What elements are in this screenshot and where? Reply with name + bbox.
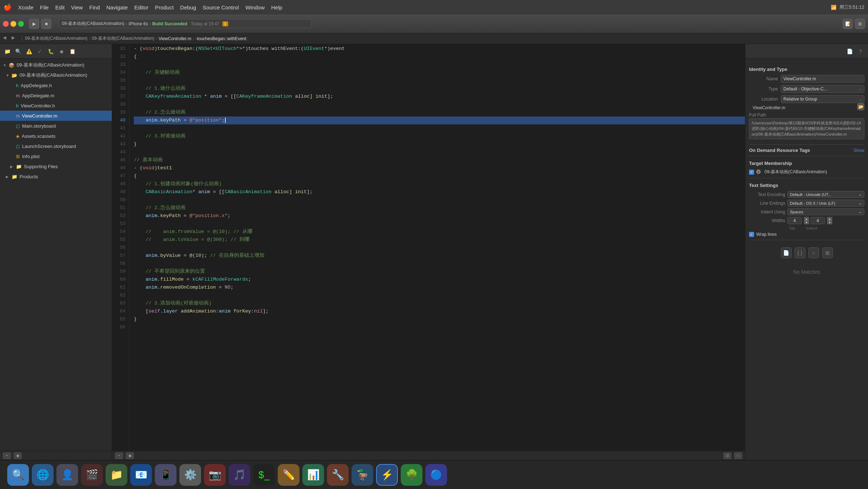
dock-photobooth[interactable]: 📷 [204,464,226,486]
type-field-value[interactable]: Default - Objective-C... ⌄ [781,85,864,93]
editor-bb-scope[interactable]: ↑↓ [734,452,742,459]
tree-file-appdelegatem[interactable]: m AppDelegate.m [0,90,112,101]
search-navigator-btn[interactable]: 🔍 [14,47,22,56]
doc-icon-btn[interactable]: 📄 [781,247,792,258]
run-button[interactable]: ▶ [29,19,39,29]
dock-syspref[interactable]: ⚙️ [179,464,201,486]
grid-icon-btn[interactable]: ⊞ [822,247,833,258]
tab-down-btn[interactable]: ▼ [804,221,809,224]
dock-quicktime[interactable]: 🎬 [81,464,103,486]
debug-navigator-btn[interactable]: 🐛 [46,47,55,56]
type-field-row: Type Default - Objective-C... ⌄ [749,85,864,93]
menu-source-control[interactable]: Source Control [203,4,239,10]
tree-products[interactable]: ▶ 📁 Products [0,171,112,182]
breakpoint-btn[interactable]: ◆ [57,47,66,56]
tree-file-mainstoryboard[interactable]: ◻ Main.storyboard [0,121,112,131]
dock-xcode[interactable]: ⚡ [376,464,398,486]
code-line-32: { [134,53,745,61]
ln-47: 47 [112,172,125,180]
editor-bb-filter[interactable]: ◉ [126,452,134,459]
indent-up-btn[interactable]: ▲ [827,217,832,221]
indent-value[interactable]: Spaces ⌄ [787,208,864,215]
dock-sourcetree[interactable]: 🌳 [401,464,422,486]
dock-files[interactable]: 📁 [106,464,127,486]
menu-file[interactable]: File [40,4,49,10]
name-field-value[interactable]: ViewController.m [781,75,864,83]
close-button[interactable] [3,21,9,27]
add-file-btn[interactable]: + [3,452,11,459]
editor-mode-btn[interactable]: 📝 [843,19,853,29]
menu-help[interactable]: Help [271,4,282,10]
location-field-value[interactable]: Relative to Group ⌄ [781,95,864,103]
indent-down-btn[interactable]: ▼ [827,221,832,224]
target-checkbox[interactable]: ✓ [749,170,754,175]
tree-file-viewcontrollerh[interactable]: h ViewController.h [0,101,112,111]
maximize-button[interactable] [18,21,24,27]
editor-bb-jump[interactable]: ⊡ [723,452,731,459]
code-text[interactable]: - (void)touchesBegan:(NSSet<UITouch*>*)t… [129,44,745,451]
wrap-lines-row: ✓ Wrap lines [749,232,864,237]
menu-product[interactable]: Product [155,4,174,10]
file-inspector-btn[interactable]: 📄 [845,47,854,56]
tab-up-btn[interactable]: ▲ [804,217,809,221]
menu-editor[interactable]: Editor [134,4,148,10]
quick-help-btn[interactable]: ? [856,47,865,56]
indent-width-input[interactable] [810,217,825,224]
code-line-37: CAKeyframeAnimation * anim = [[CAKeyfram… [134,93,745,101]
layout-btn[interactable]: ⊞ [855,19,865,29]
tree-file-supporting[interactable]: ▶ 📁 Supporting Files [0,161,112,171]
dock-cyberduck[interactable]: 🦆 [352,464,373,486]
dock-chrome[interactable]: 🔵 [425,464,447,486]
encoding-value[interactable]: Default - Unicode (UT... ⌄ [787,191,864,198]
dock-activity[interactable]: 📊 [302,464,324,486]
tree-file-assets[interactable]: ◈ Assets.xcassets [0,131,112,141]
filter-btn[interactable]: ◉ [14,452,22,459]
dock-itunes[interactable]: 🎵 [229,464,250,486]
nav-back-btn[interactable]: ◀ [3,35,10,42]
menu-xcode[interactable]: Xcode [18,4,34,10]
stop-button[interactable]: ■ [41,19,51,29]
divider4 [749,240,864,240]
menu-window[interactable]: Window [245,4,264,10]
root-label: 09-基本动画(CABasicAnimation) [17,62,84,68]
menu-debug[interactable]: Debug [180,4,196,10]
dock-mail[interactable]: 📧 [130,464,152,486]
project-name: 09-基本动画(CABasicAnimation) [62,21,124,27]
code-view[interactable]: 31 32 33 34 35 36 37 38 39 40 41 42 43 4… [112,44,745,451]
nav-forward-btn[interactable]: ▶ [12,35,19,42]
menu-navigate[interactable]: Navigate [106,4,128,10]
reveal-btn[interactable]: 📂 [857,103,864,110]
code-icon-btn[interactable]: { } [795,247,805,258]
ln-49: 49 [112,188,125,196]
tree-file-appdelegateh[interactable]: h AppDelegate.h [0,80,112,90]
tree-file-infoplist[interactable]: ⊞ Info.plist [0,151,112,161]
menu-find[interactable]: Find [89,4,100,10]
dock-sketch[interactable]: ✏️ [278,464,299,486]
dock-contacts[interactable]: 👤 [56,464,78,486]
tree-file-launchscreen[interactable]: ◻ LaunchScreen.storyboard [0,141,112,151]
tab-width-stepper: ▲ ▼ [804,217,809,224]
dock-safari[interactable]: 🌐 [32,464,54,486]
folder-icon-btn[interactable]: 📁 [3,47,12,56]
tree-subgroup-item[interactable]: ▼ 📂 09-基本动画(CABasicAnimation) [0,70,112,80]
menu-edit[interactable]: Edit [55,4,65,10]
warning-navigator-btn[interactable]: ⚠️ [25,47,33,56]
circle-icon-btn[interactable]: ○ [808,247,819,258]
tree-root-item[interactable]: ▼ 📦 09-基本动画(CABasicAnimation) [0,60,112,70]
line-endings-value[interactable]: Default - OS X / Unix (LF) ⌄ [787,200,864,207]
dock-finder[interactable]: 🔍 [7,464,29,486]
dock-ppointeer[interactable]: 🔧 [327,464,349,486]
tab-width-input[interactable] [787,217,802,224]
wrap-lines-checkbox[interactable]: ✓ [749,232,754,237]
test-navigator-btn[interactable]: ✓ [35,47,44,56]
report-btn[interactable]: 📋 [68,47,77,56]
editor-bb-add[interactable]: + [115,452,123,459]
dock-terminal[interactable]: $_ [253,464,275,486]
ln-43: 43 [112,140,125,148]
menu-view[interactable]: View [71,4,83,10]
name-field-label: Name [749,76,778,81]
dock-simulator[interactable]: 📱 [155,464,176,486]
tree-file-viewcontrollerm[interactable]: m ViewController.m [0,111,112,121]
show-btn[interactable]: Show [854,148,864,153]
minimize-button[interactable] [10,21,16,27]
